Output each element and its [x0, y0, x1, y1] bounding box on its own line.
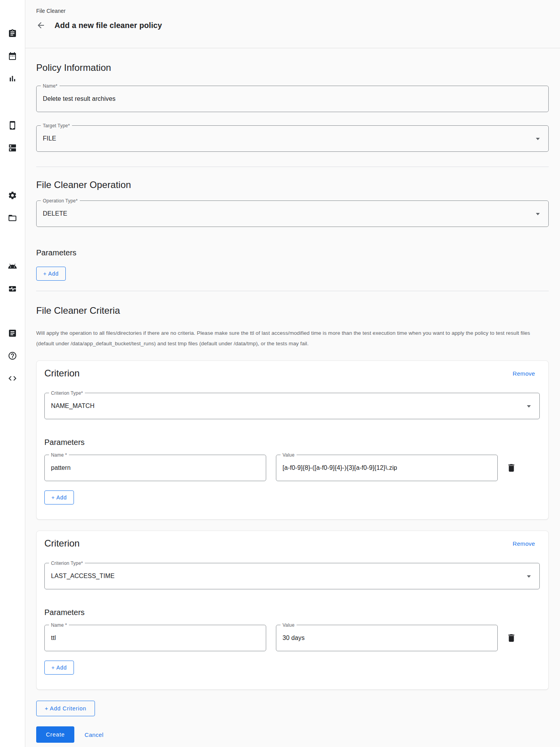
form-content: Policy Information Name* Delete test res… [25, 48, 560, 747]
parameter-value-label: Value [281, 452, 297, 458]
policy-name-label: Name* [41, 83, 60, 89]
parameter-value-value: 30 days [283, 635, 305, 642]
criterion-parameters-title: Parameters [44, 608, 540, 617]
sidebar-item-devices[interactable] [8, 121, 17, 130]
criterion-card: Criterion Remove Criterion Type* NAME_MA… [36, 360, 549, 520]
operation-add-parameter-button[interactable]: + Add [36, 267, 66, 281]
sidebar-item-tests[interactable] [8, 29, 17, 38]
parameter-value-value: [a-f0-9]{8}-([a-f0-9]{4}-){3}[a-f0-9]{12… [283, 464, 397, 471]
code-icon [8, 374, 17, 383]
calendar-icon [8, 51, 17, 61]
smartphone-icon [8, 121, 17, 130]
remove-criterion-link[interactable]: Remove [513, 370, 535, 377]
folder-icon [8, 213, 17, 223]
target-type-select[interactable]: Target Type* FILE [36, 125, 549, 152]
page-title: Add a new file cleaner policy [54, 21, 162, 30]
criterion-title: Criterion [44, 538, 80, 549]
criterion-title: Criterion [44, 368, 80, 379]
cancel-link[interactable]: Cancel [84, 731, 104, 738]
form-actions: Create Cancel [36, 726, 549, 747]
chevron-down-icon [536, 213, 540, 215]
criterion-type-value: NAME_MATCH [51, 403, 95, 410]
assignment-icon [8, 29, 17, 38]
storage-icon [8, 143, 17, 153]
article-icon [8, 329, 17, 338]
back-button[interactable] [36, 21, 46, 30]
criterion-type-value: LAST_ACCESS_TIME [51, 573, 114, 580]
app-title: File Cleaner [36, 8, 549, 14]
remove-criterion-link[interactable]: Remove [513, 540, 535, 547]
operation-type-value: DELETE [43, 210, 67, 217]
parameter-row: Name * ttl Value 30 days [44, 625, 540, 651]
sidebar-item-test-results[interactable] [8, 74, 17, 83]
parameter-name-value: pattern [51, 464, 71, 471]
sidebar-item-monitoring[interactable] [8, 284, 17, 294]
parameter-name-field[interactable]: Name * pattern [44, 455, 266, 481]
parameter-name-label: Name * [49, 452, 69, 458]
parameter-value-field[interactable]: Value 30 days [276, 625, 498, 651]
criterion-card: Criterion Remove Criterion Type* LAST_AC… [36, 531, 549, 690]
parameter-value-label: Value [281, 622, 297, 628]
criterion-type-label: Criterion Type* [49, 560, 85, 566]
criterion-add-parameter-button[interactable]: + Add [44, 661, 74, 675]
sidebar-item-test-plans[interactable] [8, 51, 17, 61]
operation-type-select[interactable]: Operation Type* DELETE [36, 200, 549, 227]
sidebar-item-settings[interactable] [8, 191, 17, 200]
target-type-value: FILE [43, 135, 56, 142]
add-criterion-button[interactable]: + Add Criterion [36, 701, 95, 716]
delete-parameter-button[interactable] [506, 463, 516, 473]
sidebar-item-android[interactable] [8, 262, 17, 271]
criterion-type-select[interactable]: Criterion Type* NAME_MATCH [44, 393, 540, 419]
policy-information-title: Policy Information [36, 62, 549, 73]
sidebar-item-docs[interactable] [8, 329, 17, 338]
arrow-back-icon [36, 21, 46, 30]
main-area: File Cleaner Add a new file cleaner poli… [25, 0, 560, 747]
target-type-label: Target Type* [41, 123, 72, 129]
page-header: File Cleaner Add a new file cleaner poli… [25, 0, 560, 48]
trash-icon [506, 463, 516, 473]
settings-gear-icon [8, 191, 17, 200]
parameter-name-label: Name * [49, 622, 69, 628]
criterion-type-label: Criterion Type* [49, 390, 85, 396]
sidebar-item-dev-mode[interactable] [8, 374, 17, 383]
sidebar-item-file-browser[interactable] [8, 213, 17, 223]
sidebar [0, 0, 25, 747]
trash-icon [506, 633, 516, 643]
criteria-section-title: File Cleaner Criteria [36, 305, 549, 316]
parameter-name-value: ttl [51, 635, 56, 642]
criterion-add-parameter-button[interactable]: + Add [44, 490, 74, 504]
operation-type-label: Operation Type* [41, 198, 80, 204]
chevron-down-icon [536, 138, 540, 140]
help-icon [8, 351, 17, 360]
criterion-parameters-title: Parameters [44, 438, 540, 447]
policy-name-value: Delete test result archives [43, 95, 116, 102]
sidebar-item-help[interactable] [8, 351, 17, 360]
monitor-pulse-icon [8, 284, 17, 294]
section-divider [36, 167, 549, 167]
operation-parameters-title: Parameters [36, 248, 549, 257]
parameter-value-field[interactable]: Value [a-f0-9]{8}-([a-f0-9]{4}-){3}[a-f0… [276, 455, 498, 481]
android-icon [8, 262, 17, 271]
criteria-description: Will apply the operation to all files/di… [36, 328, 549, 349]
section-divider [36, 291, 549, 291]
parameter-name-field[interactable]: Name * ttl [44, 625, 266, 651]
bar-chart-icon [8, 74, 17, 83]
policy-name-field[interactable]: Name* Delete test result archives [36, 86, 549, 112]
criterion-type-select[interactable]: Criterion Type* LAST_ACCESS_TIME [44, 563, 540, 589]
create-button[interactable]: Create [36, 726, 74, 743]
sidebar-item-hosts[interactable] [8, 143, 17, 153]
operation-section-title: File Cleaner Operation [36, 179, 549, 190]
delete-parameter-button[interactable] [506, 633, 516, 643]
chevron-down-icon [527, 405, 531, 408]
chevron-down-icon [527, 575, 531, 578]
parameter-row: Name * pattern Value [a-f0-9]{8}-([a-f0-… [44, 455, 540, 481]
